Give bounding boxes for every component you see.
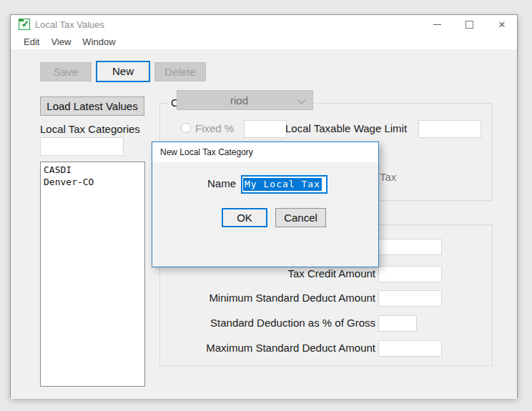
close-icon: ✕: [498, 20, 506, 29]
fixed-percent-radio[interactable]: [181, 123, 191, 133]
content-area: Save New Delete Load Latest Values Local…: [11, 49, 517, 399]
local-tax-categories-label: Local Tax Categories: [40, 123, 140, 135]
max-standard-deduct-input[interactable]: [378, 340, 442, 357]
app-icon: [19, 19, 30, 30]
list-item[interactable]: Denver-CO: [44, 176, 142, 188]
fixed-percent-label: Fixed %: [195, 122, 234, 134]
dialog-title-bar: New Local Tax Category: [152, 142, 378, 162]
amount-input-top[interactable]: [378, 239, 442, 255]
maximize-button[interactable]: [457, 15, 481, 34]
tax-checkbox-label-fragment: Tax: [380, 171, 396, 183]
window-title: Local Tax Values: [35, 19, 104, 30]
category-listbox[interactable]: CASDI Denver-CO: [40, 162, 145, 387]
menu-edit[interactable]: Edit: [18, 35, 45, 49]
desktop-background: Local Tax Values ✕ Edit View Window Save…: [0, 0, 532, 411]
close-button[interactable]: ✕: [490, 15, 514, 34]
category-filter-input[interactable]: [40, 137, 124, 156]
new-button[interactable]: New: [96, 61, 150, 82]
standard-deduction-pct-input[interactable]: [378, 315, 417, 332]
tax-credit-amount-input[interactable]: [378, 266, 442, 282]
min-standard-deduct-label: Minimum Standard Deduct Amount: [161, 292, 375, 304]
menu-window[interactable]: Window: [77, 35, 121, 49]
ok-button[interactable]: OK: [222, 208, 267, 227]
wage-limit-label: Local Taxable Wage Limit: [285, 122, 407, 134]
tax-credit-amount-label: Tax Credit Amount: [161, 267, 375, 279]
title-bar: Local Tax Values ✕: [11, 15, 517, 34]
chevron-down-icon: [297, 96, 305, 104]
dialog-title: New Local Tax Category: [160, 147, 253, 157]
menu-view[interactable]: View: [45, 35, 77, 49]
dropdown-selected-text: riod: [230, 94, 248, 107]
save-button[interactable]: Save: [40, 62, 92, 81]
wage-limit-input[interactable]: [418, 120, 481, 138]
name-label: Name: [207, 177, 236, 189]
maximize-icon: [466, 21, 473, 29]
minimize-button[interactable]: [425, 15, 449, 34]
delete-button[interactable]: Delete: [154, 62, 206, 81]
menu-bar: Edit View Window: [11, 34, 517, 49]
min-standard-deduct-input[interactable]: [378, 290, 442, 307]
minimize-icon: [433, 24, 441, 25]
load-latest-values-button[interactable]: Load Latest Values: [40, 96, 144, 116]
new-local-tax-category-dialog: New Local Tax Category Name My Local Tax…: [152, 142, 379, 267]
local-tax-values-window: Local Tax Values ✕ Edit View Window Save…: [10, 14, 518, 398]
list-item[interactable]: CASDI: [44, 164, 142, 176]
name-input-selected-text: My Local Tax: [243, 178, 322, 191]
name-input[interactable]: My Local Tax: [241, 175, 327, 194]
max-standard-deduct-label: Maximum Standard Deduct Amount: [161, 342, 375, 354]
fixed-percent-input[interactable]: [244, 120, 287, 138]
standard-deduction-pct-label: Standard Deduction as % of Gross: [161, 317, 375, 329]
cancel-button[interactable]: Cancel: [275, 208, 326, 227]
calculation-method-dropdown[interactable]: riod: [177, 90, 313, 110]
